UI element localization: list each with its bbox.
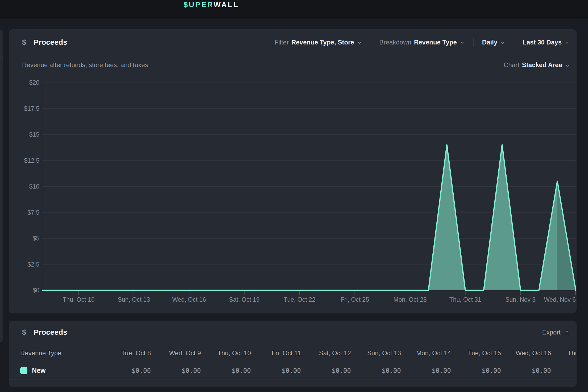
divider bbox=[514, 38, 514, 47]
x-axis-label: Sat, Oct 19 bbox=[229, 296, 260, 303]
legend-swatch bbox=[20, 367, 27, 374]
chevron-down-icon bbox=[565, 63, 570, 68]
export-label: Export bbox=[542, 329, 561, 336]
table-cell-value: $0.00 bbox=[359, 362, 409, 379]
x-axis-label: Tue, Oct 22 bbox=[284, 296, 315, 303]
proceeds-table-panel: $ Proceeds Export Revenue Type Tue, Oct … bbox=[9, 321, 577, 387]
proceeds-chart-panel: $ Proceeds Filter Revenue Type, Store Br… bbox=[9, 29, 577, 313]
divider bbox=[473, 38, 474, 47]
revenue-type-column-header: Revenue Type bbox=[9, 344, 109, 362]
left-neighbor-panel-sliver bbox=[0, 30, 3, 342]
granularity-value: Daily bbox=[482, 39, 497, 46]
chevron-down-icon bbox=[357, 40, 362, 45]
breakdown-label: Breakdown bbox=[379, 39, 411, 46]
breakdown-dropdown[interactable]: Breakdown Revenue Type bbox=[378, 39, 466, 46]
chevron-down-icon bbox=[459, 40, 465, 45]
table-cell-value: $0.00 bbox=[459, 362, 509, 379]
y-axis-label: $0 bbox=[9, 287, 39, 294]
y-axis-label: $10 bbox=[9, 183, 39, 190]
dollar-icon: $ bbox=[22, 38, 26, 47]
date-range-value: Last 30 Days bbox=[523, 39, 562, 46]
filter-dropdown[interactable]: Filter Revenue Type, Store bbox=[273, 39, 364, 46]
table-column-header: Thu, Oct 10 bbox=[209, 344, 259, 362]
table-row-label-cell: New bbox=[9, 362, 109, 379]
logo-accent-text: $UPER bbox=[184, 1, 214, 9]
x-axis-label: Sun, Oct 13 bbox=[118, 296, 150, 303]
chart-subtitle: Revenue after refunds, store fees, and t… bbox=[22, 61, 148, 69]
table-cell-value: $0.00 bbox=[509, 362, 559, 379]
table-column-header: Fri, Oct 11 bbox=[259, 344, 309, 362]
chart-type-dropdown[interactable]: Chart Stacked Area bbox=[504, 61, 570, 69]
breakdown-value: Revenue Type bbox=[414, 39, 457, 46]
plot-area-svg[interactable] bbox=[42, 83, 576, 296]
y-axis-label: $12.5 bbox=[9, 157, 39, 164]
page-title: Proceeds bbox=[34, 38, 67, 47]
filter-label: Filter bbox=[275, 39, 289, 46]
table-header-row: Revenue Type Tue, Oct 8Wed, Oct 9Thu, Oc… bbox=[9, 344, 577, 362]
table-title-group: $ Proceeds bbox=[22, 328, 67, 337]
table-cell-value: $0.00 bbox=[409, 362, 459, 379]
divider bbox=[0, 57, 3, 58]
superwall-logo: $UPERWALL bbox=[184, 1, 239, 9]
topbar: $UPERWALL bbox=[0, 0, 588, 19]
table-data-row: New $0.00$0.00$0.00$0.00$0.00$0.00$0.00$… bbox=[9, 362, 577, 379]
table-column-header: Tue, Oct 15 bbox=[459, 344, 509, 362]
chevron-down-icon bbox=[500, 40, 505, 45]
granularity-dropdown[interactable]: Daily bbox=[481, 39, 507, 46]
table-cell-value: $0.00 bbox=[209, 362, 259, 379]
table-panel-header: $ Proceeds Export bbox=[9, 321, 577, 344]
table-cell-value: $0.00 bbox=[259, 362, 309, 379]
x-axis-label: Thu, Oct 31 bbox=[449, 296, 481, 303]
table-column-header: Tue, Oct 8 bbox=[109, 344, 159, 362]
chart-title-group: $ Proceeds bbox=[22, 38, 67, 47]
table-column-header: Mon, Oct 14 bbox=[409, 344, 459, 362]
table-column-header: Sat, Oct 12 bbox=[309, 344, 359, 362]
area-fill bbox=[42, 145, 576, 290]
download-icon bbox=[564, 329, 570, 336]
chart-controls: Filter Revenue Type, Store Breakdown Rev… bbox=[273, 38, 571, 47]
y-axis-label: $20 bbox=[9, 79, 39, 86]
x-axis-labels: Thu, Oct 10Sun, Oct 13Wed, Oct 16Sat, Oc… bbox=[42, 296, 576, 306]
chart-subtitle-row: Revenue after refunds, store fees, and t… bbox=[9, 55, 577, 74]
x-axis-label: Mon, Oct 28 bbox=[393, 296, 426, 303]
legend-label: New bbox=[32, 367, 45, 374]
chart-type-value: Stacked Area bbox=[522, 61, 562, 69]
table-cell-value: $0.00 bbox=[109, 362, 159, 379]
table-column-header: Wed, Oct 9 bbox=[159, 344, 209, 362]
table-column-header: Sun, Oct 13 bbox=[359, 344, 409, 362]
table-cell-value: $0.00 bbox=[159, 362, 209, 379]
table-cell-value: $0.00 bbox=[559, 362, 577, 379]
logo-rest-text: WALL bbox=[214, 1, 239, 9]
table-cell-value: $0.00 bbox=[309, 362, 359, 379]
y-axis-label: $5 bbox=[9, 235, 39, 242]
export-button[interactable]: Export bbox=[542, 329, 570, 336]
y-axis-label: $17.5 bbox=[9, 105, 39, 112]
table-column-header: Thu, Oct 17 bbox=[559, 344, 577, 362]
x-axis-label: Wed, Oct 16 bbox=[172, 296, 206, 303]
x-axis-label: Sun, Nov 3 bbox=[505, 296, 536, 303]
filter-value: Revenue Type, Store bbox=[291, 39, 354, 46]
x-axis-label: Wed, Nov 6 bbox=[544, 296, 576, 303]
legend-item-new: New bbox=[20, 367, 45, 374]
y-axis-label: $2.5 bbox=[9, 261, 39, 268]
dollar-icon: $ bbox=[22, 328, 26, 337]
date-range-dropdown[interactable]: Last 30 Days bbox=[521, 39, 571, 46]
x-axis-label: Fri, Oct 25 bbox=[341, 296, 369, 303]
divider bbox=[371, 38, 371, 47]
y-axis-label: $15 bbox=[9, 131, 39, 138]
x-axis-label: Thu, Oct 10 bbox=[63, 296, 94, 303]
chart-panel-header: $ Proceeds Filter Revenue Type, Store Br… bbox=[9, 29, 577, 55]
table-title: Proceeds bbox=[34, 328, 67, 337]
y-axis-label: $7.5 bbox=[9, 209, 39, 216]
chevron-down-icon bbox=[564, 40, 570, 45]
chart-type-label: Chart bbox=[504, 61, 519, 69]
table-column-header: Wed, Oct 16 bbox=[509, 344, 559, 362]
